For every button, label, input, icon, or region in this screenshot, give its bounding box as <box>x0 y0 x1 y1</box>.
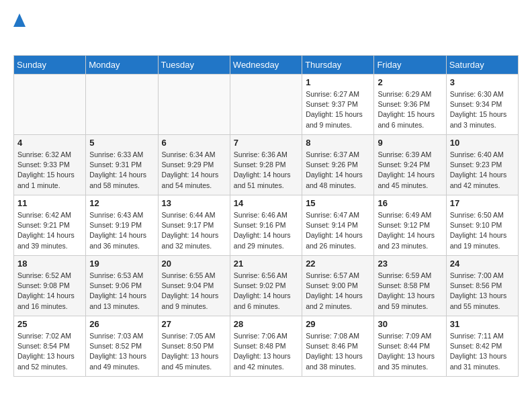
day-number: 27 <box>162 319 226 329</box>
page-header <box>13 13 519 48</box>
day-number: 6 <box>162 138 226 148</box>
day-info: Sunrise: 6:29 AMSunset: 9:36 PMDaylight:… <box>378 89 442 130</box>
calendar-cell-w3-d5: 23Sunrise: 6:59 AMSunset: 8:58 PMDayligh… <box>374 256 446 316</box>
day-number: 20 <box>162 259 226 269</box>
calendar-cell-w2-d1: 12Sunrise: 6:43 AMSunset: 9:19 PMDayligh… <box>86 195 158 256</box>
calendar-cell-w0-d4: 1Sunrise: 6:27 AMSunset: 9:37 PMDaylight… <box>302 75 374 135</box>
calendar-cell-w2-d6: 17Sunrise: 6:50 AMSunset: 9:10 PMDayligh… <box>446 195 518 256</box>
day-info: Sunrise: 6:27 AMSunset: 9:37 PMDaylight:… <box>306 89 370 130</box>
col-header-tuesday: Tuesday <box>158 56 230 75</box>
col-header-saturday: Saturday <box>446 56 518 75</box>
logo <box>13 13 26 48</box>
day-info: Sunrise: 7:03 AMSunset: 8:52 PMDaylight:… <box>89 331 154 372</box>
day-number: 23 <box>378 259 442 269</box>
day-number: 10 <box>450 138 515 148</box>
calendar-cell-w0-d5: 2Sunrise: 6:29 AMSunset: 9:36 PMDaylight… <box>374 75 446 135</box>
day-info: Sunrise: 7:08 AMSunset: 8:46 PMDaylight:… <box>306 331 370 372</box>
calendar-cell-w1-d1: 5Sunrise: 6:33 AMSunset: 9:31 PMDaylight… <box>86 135 158 195</box>
calendar-cell-w0-d0 <box>14 75 86 135</box>
col-header-friday: Friday <box>374 56 446 75</box>
day-info: Sunrise: 6:37 AMSunset: 9:26 PMDaylight:… <box>306 150 370 191</box>
calendar-cell-w4-d4: 29Sunrise: 7:08 AMSunset: 8:46 PMDayligh… <box>302 316 374 377</box>
day-number: 1 <box>306 77 370 87</box>
day-number: 4 <box>17 138 82 148</box>
col-header-thursday: Thursday <box>302 56 374 75</box>
day-number: 30 <box>378 319 442 329</box>
calendar-cell-w0-d1 <box>86 75 158 135</box>
calendar-cell-w1-d2: 6Sunrise: 6:34 AMSunset: 9:29 PMDaylight… <box>158 135 230 195</box>
calendar-cell-w4-d3: 28Sunrise: 7:06 AMSunset: 8:48 PMDayligh… <box>230 316 302 377</box>
day-info: Sunrise: 6:34 AMSunset: 9:29 PMDaylight:… <box>162 150 226 191</box>
day-info: Sunrise: 6:44 AMSunset: 9:17 PMDaylight:… <box>162 210 226 251</box>
day-number: 19 <box>89 259 154 269</box>
svg-marker-0 <box>13 13 26 27</box>
day-number: 29 <box>306 319 370 329</box>
calendar-cell-w3-d0: 18Sunrise: 6:52 AMSunset: 9:08 PMDayligh… <box>14 256 86 316</box>
day-number: 14 <box>234 198 298 208</box>
day-info: Sunrise: 6:56 AMSunset: 9:02 PMDaylight:… <box>234 271 298 312</box>
calendar-cell-w1-d6: 10Sunrise: 6:40 AMSunset: 9:23 PMDayligh… <box>446 135 518 195</box>
day-info: Sunrise: 6:49 AMSunset: 9:12 PMDaylight:… <box>378 210 442 251</box>
day-info: Sunrise: 7:05 AMSunset: 8:50 PMDaylight:… <box>162 331 226 372</box>
calendar-cell-w3-d2: 20Sunrise: 6:55 AMSunset: 9:04 PMDayligh… <box>158 256 230 316</box>
calendar-cell-w2-d5: 16Sunrise: 6:49 AMSunset: 9:12 PMDayligh… <box>374 195 446 256</box>
day-info: Sunrise: 6:57 AMSunset: 9:00 PMDaylight:… <box>306 271 370 312</box>
calendar-cell-w3-d6: 24Sunrise: 7:00 AMSunset: 8:56 PMDayligh… <box>446 256 518 316</box>
day-number: 28 <box>234 319 298 329</box>
day-number: 24 <box>450 259 515 269</box>
calendar-cell-w3-d4: 22Sunrise: 6:57 AMSunset: 9:00 PMDayligh… <box>302 256 374 316</box>
calendar-cell-w3-d3: 21Sunrise: 6:56 AMSunset: 9:02 PMDayligh… <box>230 256 302 316</box>
day-info: Sunrise: 6:40 AMSunset: 9:23 PMDaylight:… <box>450 150 515 191</box>
day-info: Sunrise: 6:30 AMSunset: 9:34 PMDaylight:… <box>450 89 515 130</box>
day-info: Sunrise: 6:33 AMSunset: 9:31 PMDaylight:… <box>89 150 154 191</box>
calendar-cell-w2-d4: 15Sunrise: 6:47 AMSunset: 9:14 PMDayligh… <box>302 195 374 256</box>
day-info: Sunrise: 6:59 AMSunset: 8:58 PMDaylight:… <box>378 271 442 312</box>
day-number: 3 <box>450 77 515 87</box>
day-info: Sunrise: 7:11 AMSunset: 8:42 PMDaylight:… <box>450 331 515 372</box>
day-number: 12 <box>89 198 154 208</box>
day-info: Sunrise: 6:36 AMSunset: 9:28 PMDaylight:… <box>234 150 298 191</box>
calendar-cell-w1-d5: 9Sunrise: 6:39 AMSunset: 9:24 PMDaylight… <box>374 135 446 195</box>
calendar-cell-w4-d1: 26Sunrise: 7:03 AMSunset: 8:52 PMDayligh… <box>86 316 158 377</box>
day-info: Sunrise: 6:55 AMSunset: 9:04 PMDaylight:… <box>162 271 226 312</box>
day-number: 11 <box>17 198 82 208</box>
calendar-cell-w1-d3: 7Sunrise: 6:36 AMSunset: 9:28 PMDaylight… <box>230 135 302 195</box>
calendar-cell-w4-d0: 25Sunrise: 7:02 AMSunset: 8:54 PMDayligh… <box>14 316 86 377</box>
day-number: 8 <box>306 138 370 148</box>
calendar-cell-w3-d1: 19Sunrise: 6:53 AMSunset: 9:06 PMDayligh… <box>86 256 158 316</box>
col-header-wednesday: Wednesday <box>230 56 302 75</box>
day-info: Sunrise: 7:09 AMSunset: 8:44 PMDaylight:… <box>378 331 442 372</box>
day-info: Sunrise: 6:42 AMSunset: 9:21 PMDaylight:… <box>17 210 82 251</box>
col-header-sunday: Sunday <box>14 56 86 75</box>
calendar-cell-w1-d0: 4Sunrise: 6:32 AMSunset: 9:33 PMDaylight… <box>14 135 86 195</box>
day-number: 25 <box>17 319 82 329</box>
day-info: Sunrise: 7:00 AMSunset: 8:56 PMDaylight:… <box>450 271 515 312</box>
day-number: 7 <box>234 138 298 148</box>
calendar-cell-w2-d0: 11Sunrise: 6:42 AMSunset: 9:21 PMDayligh… <box>14 195 86 256</box>
day-info: Sunrise: 6:53 AMSunset: 9:06 PMDaylight:… <box>89 271 154 312</box>
col-header-monday: Monday <box>86 56 158 75</box>
day-number: 17 <box>450 198 515 208</box>
calendar-cell-w4-d5: 30Sunrise: 7:09 AMSunset: 8:44 PMDayligh… <box>374 316 446 377</box>
day-info: Sunrise: 7:02 AMSunset: 8:54 PMDaylight:… <box>17 331 82 372</box>
calendar-cell-w2-d2: 13Sunrise: 6:44 AMSunset: 9:17 PMDayligh… <box>158 195 230 256</box>
day-number: 16 <box>378 198 442 208</box>
day-info: Sunrise: 6:39 AMSunset: 9:24 PMDaylight:… <box>378 150 442 191</box>
calendar-cell-w4-d6: 31Sunrise: 7:11 AMSunset: 8:42 PMDayligh… <box>446 316 518 377</box>
day-info: Sunrise: 7:06 AMSunset: 8:48 PMDaylight:… <box>234 331 298 372</box>
day-info: Sunrise: 6:43 AMSunset: 9:19 PMDaylight:… <box>89 210 154 251</box>
calendar-cell-w0-d2 <box>158 75 230 135</box>
day-number: 13 <box>162 198 226 208</box>
day-number: 22 <box>306 259 370 269</box>
calendar-cell-w0-d6: 3Sunrise: 6:30 AMSunset: 9:34 PMDaylight… <box>446 75 518 135</box>
calendar-cell-w4-d2: 27Sunrise: 7:05 AMSunset: 8:50 PMDayligh… <box>158 316 230 377</box>
logo-triangle <box>13 13 26 31</box>
day-number: 2 <box>378 77 442 87</box>
day-number: 9 <box>378 138 442 148</box>
day-number: 5 <box>89 138 154 148</box>
day-number: 18 <box>17 259 82 269</box>
day-info: Sunrise: 6:46 AMSunset: 9:16 PMDaylight:… <box>234 210 298 251</box>
day-info: Sunrise: 6:47 AMSunset: 9:14 PMDaylight:… <box>306 210 370 251</box>
calendar-cell-w2-d3: 14Sunrise: 6:46 AMSunset: 9:16 PMDayligh… <box>230 195 302 256</box>
day-info: Sunrise: 6:50 AMSunset: 9:10 PMDaylight:… <box>450 210 515 251</box>
